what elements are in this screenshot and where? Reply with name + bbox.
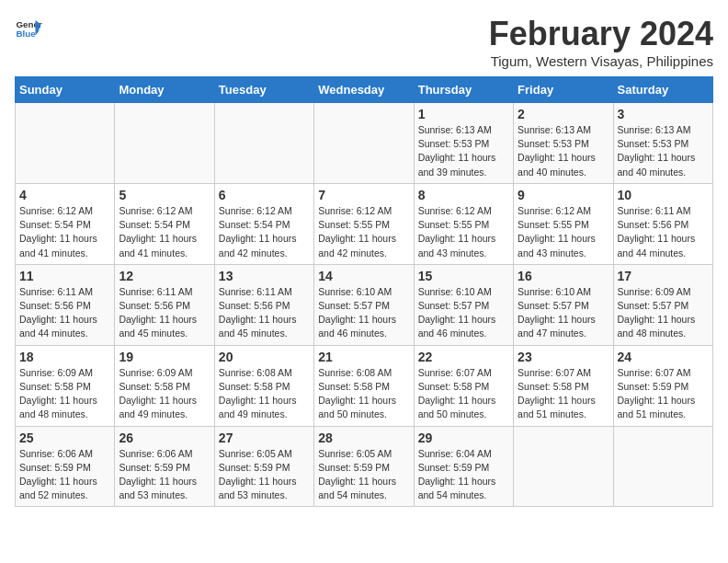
calendar-cell <box>16 103 115 184</box>
month-year-title: February 2024 <box>489 15 713 53</box>
day-number: 17 <box>618 269 709 283</box>
calendar-cell: 9Sunrise: 6:12 AM Sunset: 5:55 PM Daylig… <box>514 183 613 264</box>
day-number: 7 <box>318 188 409 202</box>
day-number: 15 <box>418 269 509 283</box>
calendar-cell: 4Sunrise: 6:12 AM Sunset: 5:54 PM Daylig… <box>16 183 115 264</box>
title-section: February 2024 Tigum, Western Visayas, Ph… <box>489 15 713 69</box>
calendar-cell <box>314 103 414 184</box>
day-number: 29 <box>418 431 509 445</box>
day-number: 10 <box>618 188 709 202</box>
day-info: Sunrise: 6:06 AM Sunset: 5:59 PM Dayligh… <box>19 447 110 503</box>
day-number: 26 <box>119 431 210 445</box>
day-number: 19 <box>119 350 210 364</box>
weekday-header: Sunday <box>16 77 115 103</box>
calendar-cell: 22Sunrise: 6:07 AM Sunset: 5:58 PM Dayli… <box>414 345 513 426</box>
day-number: 12 <box>119 269 210 283</box>
calendar-cell <box>214 103 313 184</box>
day-number: 2 <box>518 107 609 121</box>
day-info: Sunrise: 6:05 AM Sunset: 5:59 PM Dayligh… <box>219 447 310 503</box>
day-number: 8 <box>418 188 509 202</box>
calendar-cell: 8Sunrise: 6:12 AM Sunset: 5:55 PM Daylig… <box>414 183 513 264</box>
calendar-cell: 24Sunrise: 6:07 AM Sunset: 5:59 PM Dayli… <box>613 345 712 426</box>
weekday-header: Tuesday <box>214 77 313 103</box>
day-number: 25 <box>19 431 110 445</box>
location-subtitle: Tigum, Western Visayas, Philippines <box>489 53 713 69</box>
day-info: Sunrise: 6:11 AM Sunset: 5:56 PM Dayligh… <box>119 285 210 341</box>
calendar-cell: 1Sunrise: 6:13 AM Sunset: 5:53 PM Daylig… <box>414 103 513 184</box>
calendar-week-row: 11Sunrise: 6:11 AM Sunset: 5:56 PM Dayli… <box>16 264 713 345</box>
day-number: 9 <box>518 188 609 202</box>
calendar-cell: 28Sunrise: 6:05 AM Sunset: 5:59 PM Dayli… <box>314 426 414 507</box>
day-info: Sunrise: 6:10 AM Sunset: 5:57 PM Dayligh… <box>418 285 509 341</box>
day-number: 6 <box>219 188 310 202</box>
calendar-cell: 23Sunrise: 6:07 AM Sunset: 5:58 PM Dayli… <box>514 345 613 426</box>
calendar-cell: 17Sunrise: 6:09 AM Sunset: 5:57 PM Dayli… <box>613 264 712 345</box>
day-number: 20 <box>219 350 310 364</box>
calendar-cell: 26Sunrise: 6:06 AM Sunset: 5:59 PM Dayli… <box>115 426 214 507</box>
day-info: Sunrise: 6:11 AM Sunset: 5:56 PM Dayligh… <box>19 285 110 341</box>
calendar-week-row: 1Sunrise: 6:13 AM Sunset: 5:53 PM Daylig… <box>16 103 713 184</box>
day-number: 21 <box>318 350 409 364</box>
logo: General Blue <box>15 15 42 42</box>
calendar-cell: 10Sunrise: 6:11 AM Sunset: 5:56 PM Dayli… <box>613 183 712 264</box>
day-number: 18 <box>19 350 110 364</box>
day-number: 4 <box>19 188 110 202</box>
day-info: Sunrise: 6:13 AM Sunset: 5:53 PM Dayligh… <box>518 123 609 179</box>
weekday-header: Monday <box>115 77 214 103</box>
day-info: Sunrise: 6:12 AM Sunset: 5:54 PM Dayligh… <box>19 204 110 260</box>
calendar-cell: 25Sunrise: 6:06 AM Sunset: 5:59 PM Dayli… <box>16 426 115 507</box>
calendar-cell <box>514 426 613 507</box>
day-info: Sunrise: 6:09 AM Sunset: 5:58 PM Dayligh… <box>19 366 110 422</box>
day-info: Sunrise: 6:12 AM Sunset: 5:55 PM Dayligh… <box>518 204 609 260</box>
weekday-header: Thursday <box>414 77 513 103</box>
day-info: Sunrise: 6:04 AM Sunset: 5:59 PM Dayligh… <box>418 447 509 503</box>
calendar-cell: 2Sunrise: 6:13 AM Sunset: 5:53 PM Daylig… <box>514 103 613 184</box>
calendar-cell: 16Sunrise: 6:10 AM Sunset: 5:57 PM Dayli… <box>514 264 613 345</box>
weekday-header: Wednesday <box>314 77 414 103</box>
calendar-cell: 15Sunrise: 6:10 AM Sunset: 5:57 PM Dayli… <box>414 264 513 345</box>
calendar-cell: 11Sunrise: 6:11 AM Sunset: 5:56 PM Dayli… <box>16 264 115 345</box>
logo-icon: General Blue <box>15 15 42 42</box>
day-number: 14 <box>318 269 409 283</box>
calendar-cell: 5Sunrise: 6:12 AM Sunset: 5:54 PM Daylig… <box>115 183 214 264</box>
day-number: 28 <box>318 431 409 445</box>
day-number: 3 <box>618 107 709 121</box>
calendar-cell: 7Sunrise: 6:12 AM Sunset: 5:55 PM Daylig… <box>314 183 414 264</box>
calendar-week-row: 18Sunrise: 6:09 AM Sunset: 5:58 PM Dayli… <box>16 345 713 426</box>
day-info: Sunrise: 6:12 AM Sunset: 5:55 PM Dayligh… <box>318 204 409 260</box>
day-number: 27 <box>219 431 310 445</box>
day-info: Sunrise: 6:07 AM Sunset: 5:59 PM Dayligh… <box>618 366 709 422</box>
day-info: Sunrise: 6:08 AM Sunset: 5:58 PM Dayligh… <box>219 366 310 422</box>
calendar-cell: 3Sunrise: 6:13 AM Sunset: 5:53 PM Daylig… <box>613 103 712 184</box>
calendar-table: SundayMondayTuesdayWednesdayThursdayFrid… <box>15 76 713 507</box>
day-info: Sunrise: 6:11 AM Sunset: 5:56 PM Dayligh… <box>618 204 709 260</box>
calendar-cell: 14Sunrise: 6:10 AM Sunset: 5:57 PM Dayli… <box>314 264 414 345</box>
day-info: Sunrise: 6:08 AM Sunset: 5:58 PM Dayligh… <box>318 366 409 422</box>
svg-text:Blue: Blue <box>17 29 37 39</box>
calendar-cell: 13Sunrise: 6:11 AM Sunset: 5:56 PM Dayli… <box>214 264 313 345</box>
calendar-week-row: 4Sunrise: 6:12 AM Sunset: 5:54 PM Daylig… <box>16 183 713 264</box>
day-info: Sunrise: 6:09 AM Sunset: 5:58 PM Dayligh… <box>119 366 210 422</box>
calendar-week-row: 25Sunrise: 6:06 AM Sunset: 5:59 PM Dayli… <box>16 426 713 507</box>
day-number: 23 <box>518 350 609 364</box>
calendar-cell: 27Sunrise: 6:05 AM Sunset: 5:59 PM Dayli… <box>214 426 313 507</box>
calendar-cell: 6Sunrise: 6:12 AM Sunset: 5:54 PM Daylig… <box>214 183 313 264</box>
calendar-cell: 20Sunrise: 6:08 AM Sunset: 5:58 PM Dayli… <box>214 345 313 426</box>
calendar-cell <box>613 426 712 507</box>
day-number: 13 <box>219 269 310 283</box>
day-info: Sunrise: 6:09 AM Sunset: 5:57 PM Dayligh… <box>618 285 709 341</box>
day-info: Sunrise: 6:10 AM Sunset: 5:57 PM Dayligh… <box>518 285 609 341</box>
day-number: 11 <box>19 269 110 283</box>
calendar-cell: 19Sunrise: 6:09 AM Sunset: 5:58 PM Dayli… <box>115 345 214 426</box>
calendar-cell: 21Sunrise: 6:08 AM Sunset: 5:58 PM Dayli… <box>314 345 414 426</box>
day-info: Sunrise: 6:12 AM Sunset: 5:54 PM Dayligh… <box>119 204 210 260</box>
day-number: 22 <box>418 350 509 364</box>
calendar-cell <box>115 103 214 184</box>
day-number: 24 <box>618 350 709 364</box>
weekday-header: Friday <box>514 77 613 103</box>
day-number: 16 <box>518 269 609 283</box>
day-info: Sunrise: 6:06 AM Sunset: 5:59 PM Dayligh… <box>119 447 210 503</box>
day-info: Sunrise: 6:13 AM Sunset: 5:53 PM Dayligh… <box>618 123 709 179</box>
day-info: Sunrise: 6:12 AM Sunset: 5:55 PM Dayligh… <box>418 204 509 260</box>
day-info: Sunrise: 6:07 AM Sunset: 5:58 PM Dayligh… <box>418 366 509 422</box>
